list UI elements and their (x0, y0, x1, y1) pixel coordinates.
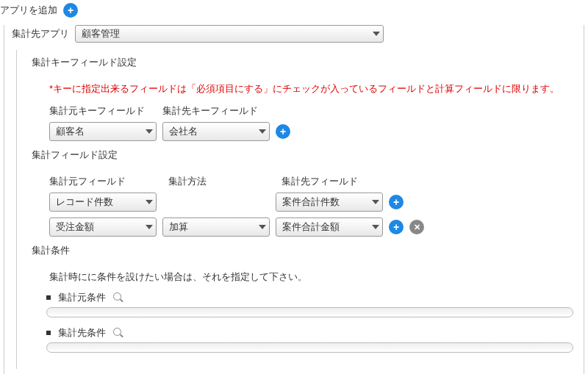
key-field-row: 顧客名 会社名 (49, 122, 576, 141)
agg-src-select-1[interactable]: 受注金額 (49, 217, 157, 237)
cond-src-bar[interactable] (46, 307, 573, 317)
cond-title: 集計条件 (32, 244, 576, 257)
agg-src-header: 集計元フィールド (49, 175, 162, 188)
agg-row-add-button-1[interactable] (389, 220, 404, 234)
add-app-button-top[interactable] (63, 3, 78, 18)
cond-dst-label: 集計先条件 (58, 326, 106, 339)
chevron-down-icon (259, 225, 266, 229)
agg-method-header: 集計方法 (168, 175, 276, 188)
target-app-label: 集計先アプリ (12, 27, 69, 40)
agg-dst-value: 案件合計金額 (282, 220, 340, 234)
cond-src-row: 集計元条件 (46, 291, 576, 304)
agg-field-row: レコード件数 案件合計件数 (49, 193, 576, 212)
key-src-select[interactable]: 顧客名 (49, 122, 157, 141)
key-dst-value: 会社名 (169, 125, 198, 138)
chevron-down-icon (372, 225, 379, 229)
chevron-down-icon (146, 200, 153, 204)
key-row-add-button[interactable] (276, 124, 290, 139)
add-app-label-top: アプリを追加 (0, 4, 57, 17)
agg-dst-header: 集計先フィールド (282, 175, 389, 188)
search-icon[interactable] (113, 328, 123, 338)
agg-method-value: 加算 (169, 220, 188, 234)
key-dst-header: 集計先キーフィールド (162, 104, 270, 118)
target-app-select[interactable]: 顧客管理 (75, 25, 384, 43)
agg-dst-select-1[interactable]: 案件合計金額 (276, 217, 383, 237)
cond-desc: 集計時にに条件を設けたい場合は、それを指定して下さい。 (49, 270, 576, 284)
agg-field-row: 受注金額 加算 案件合計金額 (49, 217, 576, 237)
target-app-value: 顧客管理 (82, 27, 120, 40)
chevron-down-icon (259, 129, 266, 134)
search-icon[interactable] (113, 292, 123, 303)
agg-dst-select-0[interactable]: 案件合計件数 (276, 193, 383, 212)
key-field-warning: *キーに指定出来るフィールドは「必須項目にする」にチェックが入っているフィールド… (49, 82, 576, 96)
chevron-down-icon (372, 200, 379, 204)
chevron-down-icon (146, 225, 153, 229)
agg-field-title: 集計フィールド設定 (32, 148, 576, 162)
agg-src-value: レコード件数 (56, 195, 113, 209)
agg-row-add-button-0[interactable] (389, 195, 404, 209)
agg-row-remove-button-1[interactable] (409, 220, 424, 234)
agg-method-empty (162, 193, 270, 212)
bullet-icon (46, 331, 51, 335)
key-field-section: 集計キーフィールド設定 *キーに指定出来るフィールドは「必須項目にする」にチェッ… (16, 50, 576, 369)
cond-dst-row: 集計先条件 (46, 326, 576, 339)
bullet-icon (46, 295, 51, 300)
agg-method-select-1[interactable]: 加算 (162, 217, 270, 237)
key-field-title: 集計キーフィールド設定 (32, 56, 576, 69)
agg-src-value: 受注金額 (56, 220, 94, 234)
agg-src-select-0[interactable]: レコード件数 (49, 193, 157, 212)
app-config-panel: 集計先アプリ 顧客管理 集計キーフィールド設定 *キーに指定出来るフィールドは「… (4, 25, 584, 374)
cond-src-label: 集計元条件 (58, 291, 106, 304)
agg-dst-value: 案件合計件数 (282, 195, 340, 209)
chevron-down-icon (373, 32, 380, 36)
key-src-value: 顧客名 (56, 125, 85, 138)
cond-dst-bar[interactable] (46, 342, 573, 353)
key-src-header: 集計元キーフィールド (49, 104, 157, 118)
chevron-down-icon (146, 129, 153, 134)
key-dst-select[interactable]: 会社名 (162, 122, 270, 141)
